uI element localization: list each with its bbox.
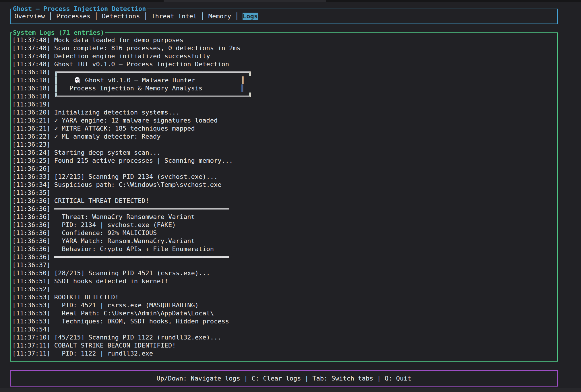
log-line: [11:36:26] (12, 165, 252, 173)
window-chrome-tab-strip (164, 0, 326, 2)
tab-threat-intel[interactable]: Threat Intel (151, 13, 197, 20)
log-line: [11:36:23] (12, 141, 252, 149)
log-line: [11:36:37] (12, 261, 252, 269)
log-line: [11:36:53] PID: 4521 | csrss.exe (MASQUE… (12, 301, 252, 309)
log-line: [11:36:36] ═════════════════════════════… (12, 253, 252, 261)
log-line: [11:36:50] [28/215] Scanning PID 4521 (c… (12, 269, 252, 277)
log-list[interactable]: [11:37:48] Mock data loaded for demo pur… (12, 36, 252, 358)
log-line: [11:36:18] ╚════════════════════════════… (12, 92, 252, 100)
log-line: [11:36:53] ROOTKIT DETECTED! (12, 293, 252, 301)
log-line: [11:36:20] Initializing detection system… (12, 108, 252, 117)
log-line: [11:36:22] ✓ ML anomaly detector: Ready (12, 133, 252, 141)
log-line: [11:37:11] COBALT STRIKE BEACON IDENTIFI… (12, 341, 252, 350)
log-line: [11:36:53] Real Path: C:\Users\Admin\App… (12, 309, 252, 317)
tab-processes[interactable]: Processes (56, 13, 90, 20)
log-line: [11:36:51] SSDT hooks detected in kernel… (12, 277, 252, 285)
log-line: [11:36:36] PID: 2134 | svchost.exe (FAKE… (12, 221, 252, 229)
log-line: [11:36:35] (12, 189, 252, 197)
tab-detections[interactable]: Detections (102, 13, 140, 20)
log-line: [11:37:48] Mock data loaded for demo pur… (12, 36, 252, 44)
log-line: [11:36:24] Starting deep system scan... (12, 149, 252, 157)
log-line: [11:36:54] (12, 325, 252, 333)
log-line: [11:37:48] Ghost TUI v0.1.0 — Process In… (12, 60, 252, 68)
tab-bar: Overview │ Processes │ Detections │ Thre… (11, 9, 557, 24)
log-line: [11:36:18] ╔════════════════════════════… (12, 68, 252, 76)
log-line: [11:36:36] Threat: WannaCry Ransomware V… (12, 213, 252, 221)
log-line: [11:36:36] ═════════════════════════════… (12, 205, 252, 213)
tab-logs[interactable]: Logs (243, 13, 258, 20)
log-line: [11:36:19] (12, 100, 252, 108)
log-line: [11:36:33] [12/215] Scanning PID 2134 (s… (12, 173, 252, 181)
log-line: [11:36:36] Behavior: Crypto APIs + File … (12, 245, 252, 253)
log-line: [11:37:48] Scan complete: 816 processes,… (12, 44, 252, 52)
log-line: [11:36:21] ✓ YARA engine: 12 malware sig… (12, 117, 252, 125)
log-line: [11:36:36] YARA Match: Ransom.WannaCry.V… (12, 237, 252, 245)
log-line: [11:37:11] PID: 1122 | rundll32.exe (12, 350, 252, 358)
log-line: [11:36:53] Techniques: DKOM, SSDT hooks,… (12, 317, 252, 325)
logs-panel-title: System Logs (71 entries) (12, 29, 105, 37)
status-bar-text: Up/Down: Navigate logs | C: Clear logs |… (156, 374, 411, 383)
logs-panel: System Logs (71 entries) [11:37:48] Mock… (10, 32, 558, 362)
log-line: [11:36:18] ║ Ghost v0.1.0 — Malware Hunt… (12, 76, 252, 84)
tabs-panel: Ghost — Process Injection Detection Over… (10, 9, 558, 24)
log-line: [11:36:25] Found 215 active processes | … (12, 157, 252, 165)
tab-overview[interactable]: Overview (14, 13, 45, 20)
log-line: [11:36:52] (12, 285, 252, 293)
log-line: [11:37:10] [45/215] Scanning PID 1122 (r… (12, 333, 252, 341)
log-line: [11:36:34] Suspicious path: C:\Windows\T… (12, 181, 252, 189)
log-line: [11:37:48] Detection engine initialized … (12, 52, 252, 60)
log-line: [11:36:36] Confidence: 92% MALICIOUS (12, 229, 252, 237)
status-bar: Up/Down: Navigate logs | C: Clear logs |… (10, 370, 558, 387)
ghost-icon (73, 77, 81, 84)
window-chrome-bottom-strip (0, 388, 581, 392)
log-line: [11:36:36] CRITICAL THREAT DETECTED! (12, 197, 252, 205)
tab-memory[interactable]: Memory (208, 13, 231, 20)
log-line: [11:36:21] ✓ MITRE ATT&CK: 185 technique… (12, 125, 252, 133)
log-line: [11:36:18] ║ Process Injection & Memory … (12, 84, 252, 92)
